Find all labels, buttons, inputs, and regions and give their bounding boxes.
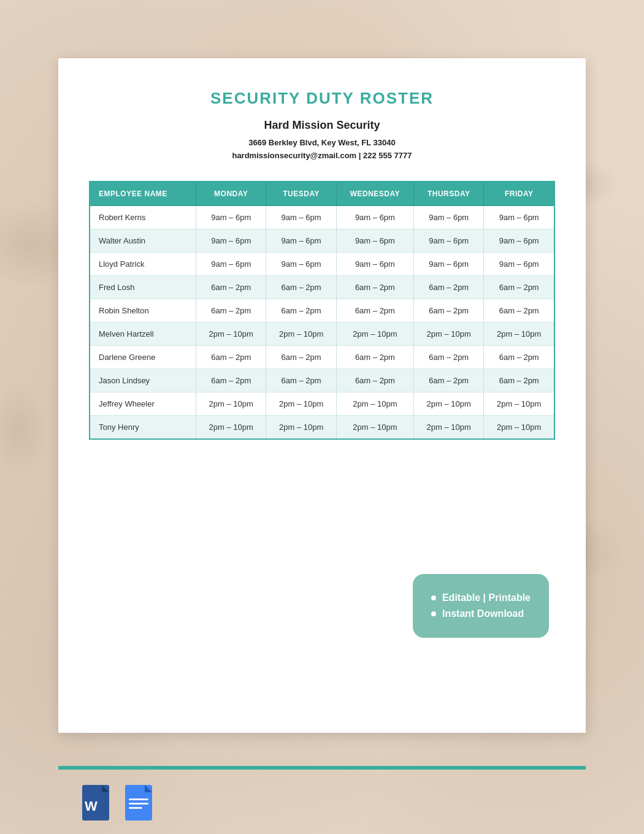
table-header-cell: EMPLOYEE NAME: [90, 182, 196, 206]
schedule-cell: 9am – 6pm: [336, 252, 413, 275]
schedule-cell: 2pm – 10pm: [196, 392, 266, 415]
document-container: SECURITY DUTY ROSTER Hard Mission Securi…: [58, 58, 586, 733]
schedule-cell: 6am – 2pm: [484, 369, 554, 392]
schedule-cell: 9am – 6pm: [196, 229, 266, 252]
schedule-cell: 2pm – 10pm: [266, 415, 336, 439]
schedule-cell: 6am – 2pm: [266, 369, 336, 392]
employee-name-cell: Walter Austin: [90, 229, 196, 252]
schedule-cell: 2pm – 10pm: [266, 322, 336, 345]
document-title: SECURITY DUTY ROSTER: [89, 89, 555, 108]
table-header-cell: FRIDAY: [484, 182, 554, 206]
schedule-cell: 6am – 2pm: [336, 275, 413, 299]
table-row: Jason Lindsey6am – 2pm6am – 2pm6am – 2pm…: [90, 369, 554, 392]
file-format-icons: W: [80, 784, 153, 822]
schedule-cell: 6am – 2pm: [484, 275, 554, 299]
schedule-cell: 6am – 2pm: [484, 345, 554, 369]
employee-name-cell: Jeffrey Wheeler: [90, 392, 196, 415]
schedule-cell: 9am – 6pm: [413, 205, 483, 229]
schedule-cell: 9am – 6pm: [484, 252, 554, 275]
bullet-icon-1: [431, 595, 436, 600]
schedule-cell: 9am – 6pm: [336, 229, 413, 252]
employee-name-cell: Tony Henry: [90, 415, 196, 439]
schedule-cell: 6am – 2pm: [196, 275, 266, 299]
employee-name-cell: Robert Kerns: [90, 205, 196, 229]
table-row: Jeffrey Wheeler2pm – 10pm2pm – 10pm2pm –…: [90, 392, 554, 415]
company-address: 3669 Berkley Blvd, Key West, FL 33040 ha…: [89, 137, 555, 163]
schedule-cell: 6am – 2pm: [336, 299, 413, 322]
table-row: Melven Hartzell2pm – 10pm2pm – 10pm2pm –…: [90, 322, 554, 345]
schedule-cell: 9am – 6pm: [484, 205, 554, 229]
word-icon[interactable]: W: [80, 784, 112, 822]
schedule-cell: 2pm – 10pm: [196, 415, 266, 439]
schedule-cell: 9am – 6pm: [266, 205, 336, 229]
table-row: Walter Austin9am – 6pm9am – 6pm9am – 6pm…: [90, 229, 554, 252]
google-docs-icon[interactable]: [124, 784, 153, 822]
schedule-cell: 9am – 6pm: [413, 252, 483, 275]
schedule-cell: 6am – 2pm: [196, 299, 266, 322]
schedule-cell: 6am – 2pm: [336, 369, 413, 392]
address-line2: hardmissionsecurity@zmail.com | 222 555 …: [232, 151, 412, 160]
employee-name-cell: Robin Shelton: [90, 299, 196, 322]
employee-name-cell: Jason Lindsey: [90, 369, 196, 392]
features-badge: Editable | Printable Instant Download: [413, 574, 549, 638]
schedule-cell: 2pm – 10pm: [196, 322, 266, 345]
table-row: Robin Shelton6am – 2pm6am – 2pm6am – 2pm…: [90, 299, 554, 322]
schedule-cell: 6am – 2pm: [413, 345, 483, 369]
bullet-icon-2: [431, 611, 436, 616]
address-line1: 3669 Berkley Blvd, Key West, FL 33040: [248, 138, 395, 147]
bottom-bar: [58, 766, 586, 770]
roster-table: EMPLOYEE NAMEMONDAYTUESDAYWEDNESDAYTHURS…: [89, 181, 555, 440]
svg-rect-7: [129, 798, 148, 800]
table-header-cell: THURSDAY: [413, 182, 483, 206]
svg-text:W: W: [85, 798, 98, 814]
employee-name-cell: Lloyd Patrick: [90, 252, 196, 275]
schedule-cell: 2pm – 10pm: [484, 415, 554, 439]
badge-item-2: Instant Download: [431, 608, 531, 619]
table-row: Darlene Greene6am – 2pm6am – 2pm6am – 2p…: [90, 345, 554, 369]
badge-label-2: Instant Download: [442, 608, 524, 619]
svg-rect-8: [129, 803, 148, 805]
schedule-cell: 6am – 2pm: [266, 345, 336, 369]
schedule-cell: 6am – 2pm: [413, 369, 483, 392]
schedule-cell: 2pm – 10pm: [484, 322, 554, 345]
schedule-cell: 6am – 2pm: [196, 345, 266, 369]
table-header-cell: MONDAY: [196, 182, 266, 206]
company-name: Hard Mission Security: [89, 119, 555, 132]
schedule-cell: 9am – 6pm: [484, 229, 554, 252]
table-row: Robert Kerns9am – 6pm9am – 6pm9am – 6pm9…: [90, 205, 554, 229]
schedule-cell: 6am – 2pm: [413, 299, 483, 322]
employee-name-cell: Fred Losh: [90, 275, 196, 299]
schedule-cell: 9am – 6pm: [336, 205, 413, 229]
badge-label-1: Editable | Printable: [442, 592, 531, 603]
schedule-cell: 2pm – 10pm: [484, 392, 554, 415]
schedule-cell: 9am – 6pm: [196, 252, 266, 275]
schedule-cell: 2pm – 10pm: [413, 415, 483, 439]
schedule-cell: 2pm – 10pm: [336, 322, 413, 345]
table-header-cell: WEDNESDAY: [336, 182, 413, 206]
schedule-cell: 2pm – 10pm: [413, 392, 483, 415]
schedule-cell: 6am – 2pm: [484, 299, 554, 322]
table-row: Lloyd Patrick9am – 6pm9am – 6pm9am – 6pm…: [90, 252, 554, 275]
badge-item-1: Editable | Printable: [431, 592, 531, 603]
employee-name-cell: Darlene Greene: [90, 345, 196, 369]
schedule-cell: 6am – 2pm: [336, 345, 413, 369]
table-row: Fred Losh6am – 2pm6am – 2pm6am – 2pm6am …: [90, 275, 554, 299]
schedule-cell: 6am – 2pm: [266, 299, 336, 322]
employee-name-cell: Melven Hartzell: [90, 322, 196, 345]
svg-rect-9: [129, 807, 142, 809]
schedule-cell: 9am – 6pm: [266, 252, 336, 275]
schedule-cell: 9am – 6pm: [196, 205, 266, 229]
schedule-cell: 2pm – 10pm: [336, 392, 413, 415]
schedule-cell: 6am – 2pm: [413, 275, 483, 299]
table-header-row: EMPLOYEE NAMEMONDAYTUESDAYWEDNESDAYTHURS…: [90, 182, 554, 206]
table-row: Tony Henry2pm – 10pm2pm – 10pm2pm – 10pm…: [90, 415, 554, 439]
schedule-cell: 6am – 2pm: [266, 275, 336, 299]
schedule-cell: 6am – 2pm: [196, 369, 266, 392]
schedule-cell: 2pm – 10pm: [336, 415, 413, 439]
schedule-cell: 9am – 6pm: [413, 229, 483, 252]
schedule-cell: 9am – 6pm: [266, 229, 336, 252]
table-header-cell: TUESDAY: [266, 182, 336, 206]
schedule-cell: 2pm – 10pm: [266, 392, 336, 415]
schedule-cell: 2pm – 10pm: [413, 322, 483, 345]
